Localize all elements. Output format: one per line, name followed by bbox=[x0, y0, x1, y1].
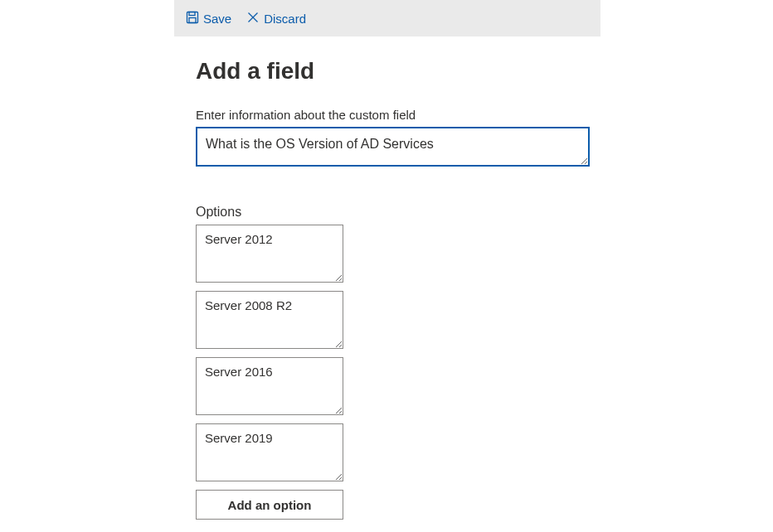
add-option-button[interactable]: Add an option bbox=[196, 490, 343, 520]
options-label: Options bbox=[196, 205, 773, 220]
save-label: Save bbox=[203, 12, 231, 26]
content-area: Add a field Enter information about the … bbox=[0, 36, 773, 520]
options-section: Options Add an option bbox=[196, 205, 773, 520]
option-input[interactable] bbox=[196, 423, 343, 481]
option-input[interactable] bbox=[196, 225, 343, 283]
field-description-input[interactable] bbox=[196, 127, 590, 167]
save-button[interactable]: Save bbox=[186, 11, 231, 27]
svg-rect-1 bbox=[189, 12, 195, 15]
svg-rect-2 bbox=[189, 17, 196, 22]
field-description-label: Enter information about the custom field bbox=[196, 108, 773, 122]
option-input[interactable] bbox=[196, 357, 343, 415]
save-icon bbox=[186, 11, 199, 27]
close-icon bbox=[246, 11, 260, 27]
discard-label: Discard bbox=[264, 12, 306, 26]
toolbar: Save Discard bbox=[174, 0, 600, 36]
discard-button[interactable]: Discard bbox=[246, 11, 306, 27]
page-title: Add a field bbox=[196, 58, 773, 85]
option-input[interactable] bbox=[196, 291, 343, 349]
